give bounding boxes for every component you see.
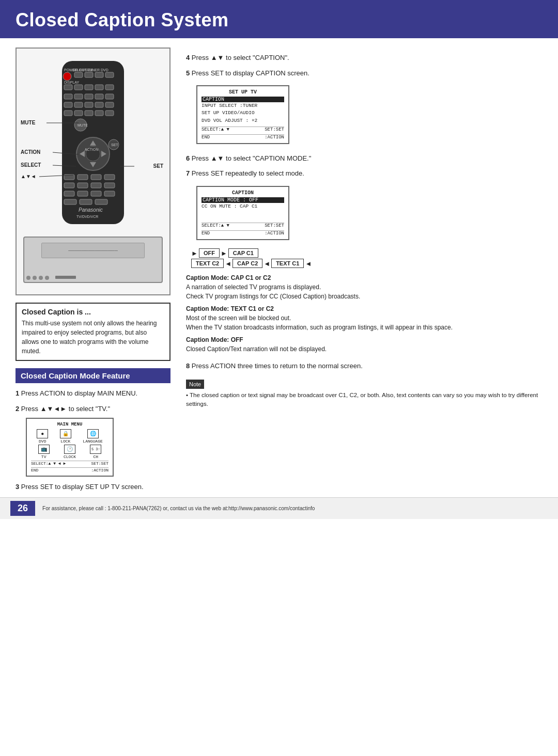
- cap-c2-box: CAP C2: [233, 259, 262, 268]
- page-footer: 26 For assistance, please call : 1-800-2…: [0, 497, 558, 519]
- arrow-right-1: ►: [191, 249, 198, 257]
- main-menu-bottom: SELECT:▲ ▼ ◄ ► SET:SET: [31, 461, 109, 466]
- svg-rect-59: [95, 199, 107, 204]
- clock-icon: 🕐: [64, 445, 75, 454]
- dvd-icon: ●: [37, 429, 48, 438]
- setup-tv-title: SET UP TV: [202, 89, 284, 95]
- caption-descriptions: Caption Mode: CAP C1 or C2 A narration o…: [186, 273, 542, 354]
- mode-feature-box: Closed Caption Mode Feature: [16, 368, 171, 383]
- setup-tv-set: SET:SET: [265, 127, 284, 132]
- main-menu-set: SET:SET: [91, 461, 109, 466]
- cap-c1-c2-text2: Check TV program listings for CC (Closed…: [186, 293, 360, 300]
- caption-end: END: [202, 231, 210, 236]
- text-c1-c2-text: Most of the screen will be blocked out.W…: [186, 314, 453, 331]
- setup-tv-line3: DVD VOL ADJUST : +2: [202, 117, 284, 124]
- text-c1-box: TEXT C1: [271, 259, 304, 268]
- svg-rect-51: [91, 183, 101, 188]
- dvd-icon-cell: ● DVD: [37, 429, 48, 444]
- svg-rect-16: [85, 85, 93, 90]
- svg-rect-15: [74, 85, 83, 90]
- step-4: 4 Press ▲▼ to select "CAPTION".: [186, 53, 542, 63]
- arrow-left-1: ◄: [225, 260, 231, 267]
- caption-select: SELECT:▲ ▼: [202, 223, 229, 228]
- setup-tv-line2: SET UP VIDEO/AUDIO: [202, 109, 284, 117]
- svg-rect-25: [74, 102, 83, 107]
- svg-rect-17: [95, 85, 103, 90]
- tv-label: TV: [41, 454, 47, 459]
- footer-text: For assistance, please call : 1-800-211-…: [42, 506, 315, 511]
- svg-text:TV/DVD/VCR: TV/DVD/VCR: [76, 215, 98, 218]
- main-menu-icons-row2: 📺 TV 🕐 CLOCK 5 3↑ CH: [31, 445, 109, 459]
- svg-rect-9: [85, 72, 93, 77]
- svg-text:Panasonic: Panasonic: [79, 207, 103, 213]
- setup-tv-screen: SET UP TV CAPTION INPUT SELECT :TUNER SE…: [196, 85, 289, 144]
- main-menu-action: :ACTION: [91, 468, 109, 472]
- text-c2-box: TEXT C2: [191, 259, 224, 268]
- svg-point-7: [63, 72, 71, 81]
- off-text: Closed Caption/Text narration will not b…: [186, 345, 327, 353]
- caption-screen-title: CAPTION: [202, 190, 284, 196]
- setup-tv-bottom: SELECT:▲ ▼ SET:SET: [202, 127, 284, 132]
- language-icon: 🌐: [87, 429, 99, 438]
- svg-rect-26: [85, 102, 93, 107]
- arrow-left-2: ◄: [264, 260, 270, 267]
- tv-icon-cell: 📺 TV: [38, 445, 50, 459]
- arrows-label: ▲▼◄: [21, 174, 36, 179]
- remote-svg: POWER CH/SIZE SELECT TUNER DVD DISPLAY: [36, 59, 150, 234]
- remote-illustration: MUTE ACTION SELECT ▲▼◄ SET: [16, 48, 171, 295]
- svg-rect-52: [104, 183, 115, 188]
- svg-rect-55: [91, 191, 101, 196]
- step-1: 1 Press ACTION to display MAIN MENU.: [16, 388, 176, 399]
- dvd-label: DVD: [39, 439, 46, 444]
- clock-icon-cell: 🕐 CLOCK: [64, 445, 76, 459]
- svg-rect-57: [64, 199, 76, 204]
- svg-rect-49: [64, 183, 74, 188]
- info-box: Closed Caption is ... This multi-use sys…: [16, 303, 171, 361]
- main-menu-icons-row1: ● DVD 🔒 LOCK 🌐 LANGUAGE: [31, 429, 109, 444]
- caption-set: SET:SET: [265, 223, 284, 228]
- caption-action: :ACTION: [265, 231, 284, 236]
- setup-tv-select: SELECT:▲ ▼: [202, 127, 229, 132]
- left-column: MUTE ACTION SELECT ▲▼◄ SET: [16, 48, 176, 492]
- caption-screen-bottom: SELECT:▲ ▼ SET:SET: [202, 223, 284, 228]
- setup-tv-container: SET UP TV CAPTION INPUT SELECT :TUNER SE…: [196, 81, 542, 148]
- svg-rect-29: [64, 111, 72, 116]
- svg-rect-53: [64, 191, 74, 196]
- select-label: SELECT: [21, 162, 41, 168]
- svg-rect-10: [95, 72, 103, 77]
- step-8: 8 Press ACTION three times to return to …: [186, 361, 542, 371]
- svg-text:MUTE: MUTE: [78, 123, 88, 127]
- svg-rect-50: [78, 183, 88, 188]
- text-c1-c2-title: Caption Mode: TEXT C1 or C2: [186, 305, 274, 312]
- page-title: Closed Caption System: [16, 9, 542, 31]
- svg-rect-21: [85, 94, 93, 99]
- step-2: 2 Press ▲▼◄► to select "TV.": [16, 404, 176, 414]
- svg-rect-8: [74, 72, 83, 77]
- svg-rect-24: [64, 102, 72, 107]
- svg-text:ACTION: ACTION: [85, 148, 98, 151]
- mute-label: MUTE: [21, 120, 35, 125]
- language-icon-cell: 🌐 LANGUAGE: [83, 429, 102, 444]
- svg-rect-19: [64, 94, 72, 99]
- svg-rect-31: [85, 111, 93, 116]
- lock-icon: 🔒: [60, 429, 71, 438]
- setup-tv-highlighted: CAPTION: [202, 97, 284, 102]
- action-label: ACTION: [21, 149, 40, 155]
- info-box-text: This multi-use system not only allows th…: [22, 319, 164, 356]
- off-box: OFF: [199, 248, 220, 258]
- svg-rect-27: [95, 102, 103, 107]
- svg-rect-14: [64, 85, 72, 90]
- setup-tv-line1: INPUT SELECT :TUNER: [202, 102, 284, 109]
- svg-rect-28: [105, 102, 114, 107]
- mode-feature-title: Closed Caption Mode Feature: [21, 371, 130, 380]
- svg-rect-33: [105, 111, 114, 116]
- ch-label: CH: [94, 454, 99, 459]
- cap-c1-c2-section: Caption Mode: CAP C1 or C2 A narration o…: [186, 273, 542, 301]
- svg-text:SET: SET: [111, 143, 118, 147]
- svg-rect-54: [78, 191, 88, 196]
- lock-icon-cell: 🔒 LOCK: [60, 429, 71, 444]
- main-content: MUTE ACTION SELECT ▲▼◄ SET: [0, 38, 558, 497]
- svg-rect-47: [91, 175, 101, 180]
- ch-icon-cell: 5 3↑ CH: [90, 445, 101, 459]
- svg-rect-56: [104, 191, 115, 196]
